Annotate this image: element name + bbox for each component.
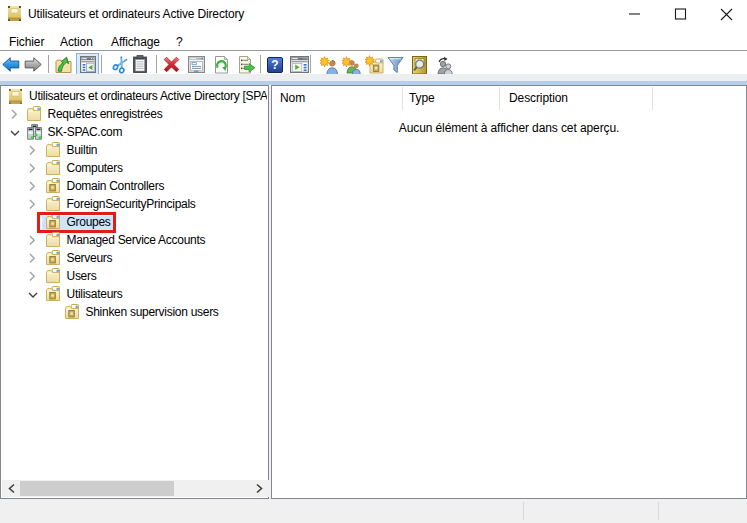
svg-text:?: ? [271,58,278,72]
